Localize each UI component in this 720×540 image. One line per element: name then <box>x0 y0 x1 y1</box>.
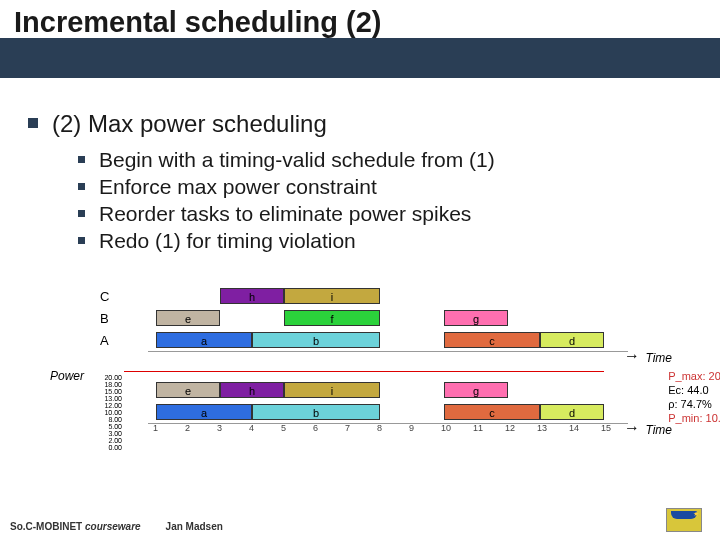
bullet-square-icon <box>28 118 38 128</box>
slide-title: Incremental scheduling (2) <box>14 6 381 39</box>
sub-bullet-list: Begin with a timing-valid schedule from … <box>78 148 700 253</box>
schedule-diagram: ChiBefgAabcd →Time Power P_max: 20.0 Ec:… <box>100 285 630 437</box>
task-bar: d <box>540 404 604 420</box>
bullet-square-icon <box>78 156 85 163</box>
task-bar: h <box>220 382 284 398</box>
bullet-square-icon <box>78 237 85 244</box>
task-bar: b <box>252 404 380 420</box>
ist-logo: ★ <box>666 508 702 532</box>
task-bar: g <box>444 382 508 398</box>
task-bar: e <box>156 310 220 326</box>
task-bar: c <box>444 404 540 420</box>
task-bar: i <box>284 382 380 398</box>
bullet-square-icon <box>78 210 85 217</box>
task-bar: e <box>156 382 220 398</box>
power-limit-line <box>124 371 604 372</box>
task-bar: a <box>156 404 252 420</box>
title-bar <box>0 38 720 78</box>
arrow-right-icon: → <box>624 347 640 365</box>
arrow-right-icon: → <box>624 419 640 437</box>
task-bar: a <box>156 332 252 348</box>
gantt-row: afbcd <box>100 401 630 423</box>
content-area: (2) Max power scheduling Begin with a ti… <box>28 110 700 256</box>
task-bar: c <box>444 332 540 348</box>
task-bar: i <box>284 288 380 304</box>
footer: So.C-MOBINET courseware Jan Madsen <box>10 521 223 532</box>
bullet-level2: Redo (1) for timing violation <box>78 229 700 253</box>
bullet-level2: Reorder tasks to eliminate power spikes <box>78 202 700 226</box>
gantt-row: Aabcd <box>100 329 630 351</box>
task-bar: b <box>252 332 380 348</box>
task-bar: h <box>220 288 284 304</box>
bullet-level1: (2) Max power scheduling <box>28 110 700 138</box>
task-bar: f <box>284 310 380 326</box>
bullet-level2: Enforce max power constraint <box>78 175 700 199</box>
slide: Incremental scheduling (2) (2) Max power… <box>0 0 720 540</box>
bullet-text: (2) Max power scheduling <box>52 110 327 138</box>
bullet-level2: Begin with a timing-valid schedule from … <box>78 148 700 172</box>
side-values: P_max: 20.0 Ec: 44.0 ρ: 74.7% P_min: 10.… <box>668 369 720 425</box>
gantt-row: Befg <box>100 307 630 329</box>
task-bar: g <box>444 310 508 326</box>
gantt-row: Chi <box>100 285 630 307</box>
bullet-square-icon <box>78 183 85 190</box>
task-bar: d <box>540 332 604 348</box>
gantt-row: ehig <box>100 379 630 401</box>
